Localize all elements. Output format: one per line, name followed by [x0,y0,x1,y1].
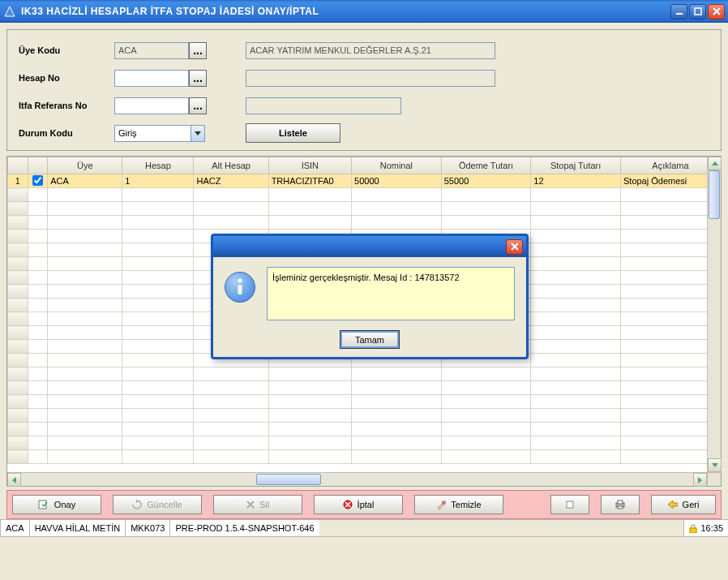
col-uye[interactable]: Üye [48,157,122,174]
empty-cell [48,271,122,285]
row-checkbox-cell[interactable] [28,174,48,188]
cell-alt-hesap[interactable]: HACZ [194,174,268,188]
table-row[interactable] [8,409,721,423]
row-checkbox-cell [28,285,48,299]
maximize-button[interactable] [689,4,706,19]
grid-checkbox-header [28,157,48,174]
row-number [8,243,28,257]
row-checkbox-cell [28,340,48,354]
empty-cell [48,188,122,202]
row-number: 1 [8,174,28,188]
table-row[interactable] [8,188,721,202]
empty-cell [441,423,531,436]
row-checkbox[interactable] [32,175,43,186]
empty-cell [48,326,122,340]
itfa-ref-desc [246,97,401,114]
cell-nominal[interactable]: 50000 [352,174,442,188]
cell-uye[interactable]: ACA [48,174,122,188]
uye-kodu-lookup-button[interactable]: ... [189,42,207,59]
uye-kodu-desc [246,42,495,59]
minimize-button[interactable] [670,4,687,19]
hesap-no-input[interactable] [114,70,189,87]
empty-cell [531,340,621,354]
uye-kodu-input[interactable] [114,42,189,59]
table-row[interactable] [8,436,721,450]
empty-cell [48,243,122,257]
dialog-close-button[interactable] [506,239,523,255]
col-alt-hesap[interactable]: Alt Hesap [194,157,268,174]
temizle-button[interactable]: Temizle [414,495,503,514]
iptal-button[interactable]: İptal [314,495,403,514]
col-isin[interactable]: ISIN [268,157,351,174]
empty-cell [122,216,194,230]
itfa-ref-lookup-button[interactable]: ... [189,97,207,114]
status-spacer [319,520,685,537]
table-row[interactable] [8,202,721,216]
col-nominal[interactable]: Nominal [352,157,442,174]
cell-stopaj[interactable]: 12 [531,174,621,188]
status-time: 16:35 [700,523,723,533]
row-number [8,409,28,423]
empty-cell [620,423,720,436]
scroll-up-button[interactable] [708,157,722,170]
hesap-no-lookup-button[interactable]: ... [189,70,207,87]
cell-hesap[interactable]: 1 [122,174,194,188]
table-row[interactable] [8,423,721,436]
row-number [8,436,28,450]
empty-cell [122,257,194,271]
col-stopaj[interactable]: Stopaj Tutarı [531,157,621,174]
empty-cell [620,450,720,464]
scroll-thumb-horizontal[interactable] [256,474,321,485]
scroll-left-button[interactable] [7,473,21,487]
empty-cell [48,354,122,367]
table-row[interactable] [8,395,721,409]
grid-header-row: Üye Hesap Alt Hesap ISIN Nominal Ödeme T… [8,157,721,174]
svg-marker-9 [698,477,702,483]
empty-cell [441,188,531,202]
row-checkbox-cell [28,326,48,340]
table-row[interactable] [8,381,721,395]
empty-cell [122,436,194,450]
empty-cell [352,395,442,409]
row-number [8,285,28,299]
onay-button[interactable]: Onay [12,495,101,514]
cell-isin[interactable]: TRHACIZITFA0 [268,174,351,188]
empty-cell [531,271,621,285]
row-number [8,216,28,230]
temizle-label: Temizle [451,500,481,509]
col-odeme[interactable]: Ödeme Tutarı [441,157,531,174]
listele-button[interactable]: Listele [246,123,340,143]
print-button[interactable] [601,495,640,514]
guncelle-label: Güncelle [147,500,182,509]
scroll-thumb-vertical[interactable] [709,170,720,219]
cell-aciklama[interactable]: Stopaj Ödemesi [620,174,720,188]
empty-cell [194,450,268,464]
empty-cell [352,423,442,436]
dialog-ok-button[interactable]: Tamam [340,330,400,349]
cell-odeme[interactable]: 55000 [441,174,531,188]
geri-button[interactable]: Geri [651,495,716,514]
col-hesap[interactable]: Hesap [122,157,194,174]
table-row[interactable] [8,450,721,464]
durum-kodu-dropdown-button[interactable] [191,126,204,141]
empty-cell [620,188,720,202]
itfa-ref-input[interactable] [114,97,189,114]
export-button[interactable] [550,495,589,514]
svg-marker-22 [668,501,678,509]
table-row[interactable] [8,367,721,381]
empty-cell [620,312,720,326]
empty-cell [620,436,720,450]
row-checkbox-cell [28,409,48,423]
empty-cell [48,367,122,381]
table-row[interactable] [8,216,721,230]
close-button[interactable] [708,4,725,19]
grid-horizontal-scrollbar[interactable] [7,472,707,486]
empty-cell [441,395,531,409]
table-row[interactable]: 1ACA1HACZTRHACIZITFA0500005500012Stopaj … [8,174,721,188]
empty-cell [194,202,268,216]
scroll-right-button[interactable] [693,473,707,487]
empty-cell [441,367,531,381]
col-aciklama[interactable]: Açıklama [620,157,720,174]
grid-vertical-scrollbar[interactable] [707,157,721,472]
scroll-down-button[interactable] [708,458,722,472]
